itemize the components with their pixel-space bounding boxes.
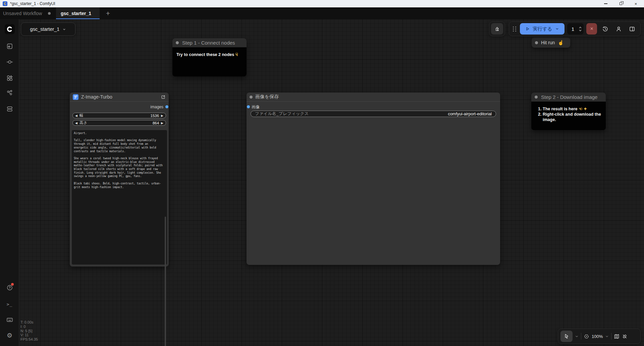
filename-prefix-widget[interactable]: ファイル名_プレフィックス comfyui-airport-editorial [251,111,496,117]
toggle-sidebar-panel-button[interactable] [627,23,638,35]
restore-button[interactable] [613,0,628,7]
note-header[interactable]: Step 1 - Connect nodes [172,38,247,47]
node-link-icon [6,59,13,65]
increment-icon[interactable]: ▶ [161,114,163,117]
sidebar-item-shortcuts[interactable] [0,314,19,326]
sidebar-item-workflows[interactable] [0,56,19,68]
comfyui-favicon-icon: C [3,1,7,6]
note-body: Try to connect these 2 nodes ☟ [172,47,247,62]
note-hit-run[interactable]: Hit run ☝ [532,38,570,48]
restore-icon [620,2,622,5]
tab-gsc-starter-1[interactable]: gsc_starter_1 [56,7,100,19]
new-tab-button[interactable]: + [104,9,112,18]
zoom-level[interactable]: 100% [592,334,603,339]
minimap-toggle-button[interactable] [614,334,620,339]
map-icon [614,334,620,339]
cancel-run-button[interactable]: × [586,23,597,35]
point-up-emoji: ☝ [558,40,564,45]
toggle-links-button[interactable] [622,334,628,339]
step-up-icon[interactable] [579,26,582,28]
note-step1[interactable]: Step 1 - Connect nodes Try to connect th… [172,38,247,76]
image-sparkle-icon [6,43,13,50]
window-controls: × [598,0,643,7]
extensions-button[interactable] [491,23,503,35]
run-toolbar: 実行する 1 × [509,21,641,36]
collapse-dot-icon[interactable] [176,41,179,44]
focus-icon [584,334,589,339]
decrement-icon[interactable]: ◀ [75,121,77,125]
perf-stats: T: 0.00s I: 0 N: 5 [5] V: 11 FPS:54.35 [20,320,38,342]
canvas-toolbar: 100% [558,329,641,344]
sidebar-item-assets[interactable] [0,41,19,52]
left-sidebar: >_ ⚙ [0,19,19,346]
node-header[interactable]: 画像を保存 [247,93,500,102]
sidebar-item-settings[interactable]: ⚙ [0,330,19,341]
sidebar-item-queue[interactable] [0,103,19,115]
sidebar-item-node-library[interactable] [0,87,19,99]
batch-count-input[interactable]: 1 [567,23,584,35]
stat-fps: FPS:54.35 [20,337,38,342]
expand-node-icon[interactable] [161,95,166,100]
prompt-textarea[interactable]: Airport. Tall, slender high-fashion mode… [72,130,167,265]
zoom-dropdown-chevron[interactable] [605,335,609,338]
increment-icon[interactable]: ▶ [161,121,163,125]
decrement-icon[interactable]: ◀ [75,114,77,117]
tab-unsaved-workflow[interactable]: Unsaved Workflow [0,7,56,19]
notification-dot [11,283,14,286]
workflow-tab-bar: Unsaved Workflow gsc_starter_1 + [0,7,644,19]
collapse-dot-icon[interactable] [250,96,253,99]
node-z-image-turbo[interactable]: Z-Image-Turbo images ◀ 幅 1536 ▶ ◀ 高さ 864… [70,93,169,267]
tab-label: gsc_starter_1 [61,11,91,16]
point-down-emoji: ☟ [235,52,238,57]
minimize-button[interactable] [598,0,613,7]
chevron-down-icon [555,27,559,31]
divider [581,333,581,340]
comfyui-logo[interactable] [5,24,15,34]
run-button[interactable]: 実行する [520,23,565,35]
height-widget[interactable]: ◀ 高さ 864 ▶ [72,120,166,126]
images-output-slot: images [70,104,169,110]
panel-toggle-icon [629,26,635,32]
input-slot-dot[interactable] [247,105,250,108]
x-icon: × [590,26,593,32]
stacked-rows-icon [6,106,13,112]
user-account-button[interactable] [613,23,624,35]
node-save-image[interactable]: 画像を保存 画像 ファイル名_プレフィックス comfyui-airport-e… [247,93,500,265]
extensions-panel [489,21,505,36]
tool-dropdown-chevron[interactable] [575,335,579,338]
close-icon: × [635,1,637,6]
cursor-icon [564,333,570,339]
sidebar-item-templates[interactable] [0,72,19,84]
step-down-icon[interactable] [579,30,582,32]
note-header[interactable]: Step 2 - Download image [531,93,606,102]
stat-time: T: 0.00s [20,320,38,325]
workflow-selector[interactable]: gsc_starter_1 [21,22,75,36]
tab-label: Unsaved Workflow [3,11,42,16]
node-graph-badge-icon [73,94,78,100]
output-slot-dot[interactable] [165,105,168,108]
history-icon [602,26,608,32]
fit-view-button[interactable] [584,334,589,339]
node-header[interactable]: Z-Image-Turbo [70,93,169,102]
sidebar-item-terminal[interactable]: >_ [0,298,19,310]
drag-handle-icon[interactable] [513,26,516,32]
terminal-icon: >_ [7,302,13,307]
stat-nodes: N: 5 [5] [20,329,38,333]
close-button[interactable]: × [628,0,643,7]
sidebar-item-help[interactable] [0,282,19,293]
textarea-scrollbar[interactable] [165,217,166,346]
history-button[interactable] [600,23,610,35]
grid-sparkle-icon [6,75,13,81]
collapse-dot-icon[interactable] [535,96,538,99]
point-left-sparkle-emoji: ☜ ✦ [579,107,587,111]
keyboard-icon [6,316,13,323]
collapse-dot-icon[interactable] [535,41,538,44]
link-off-icon [622,334,628,339]
note-step2[interactable]: Step 2 - Download image The result is he… [531,93,606,130]
width-widget[interactable]: ◀ 幅 1536 ▶ [72,113,166,118]
stat-iterations: I: 0 [20,325,38,329]
batch-count-steppers[interactable] [579,26,584,32]
select-tool-button[interactable] [560,331,573,342]
image-input-slot: 画像 [247,104,500,110]
unsaved-dot-icon [48,12,51,15]
